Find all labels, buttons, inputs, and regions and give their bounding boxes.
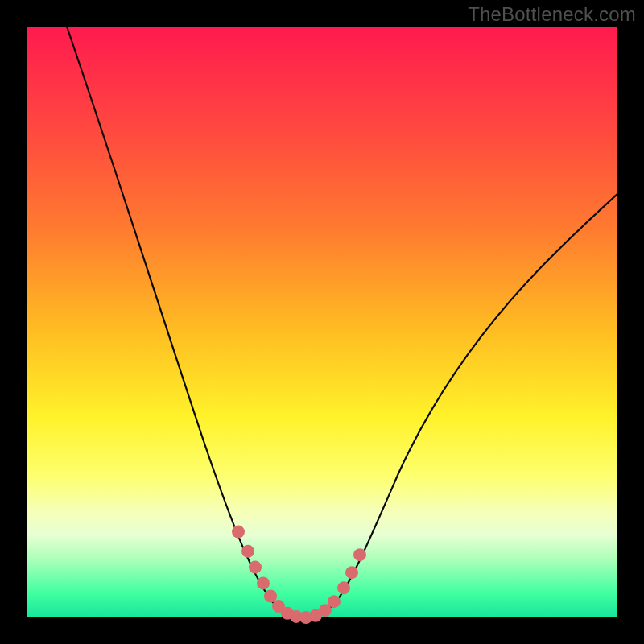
curve-marker xyxy=(353,548,366,561)
curve-marker xyxy=(328,595,341,608)
chart-svg-layer xyxy=(27,27,617,617)
curve-marker xyxy=(242,545,254,558)
curve-markers xyxy=(232,526,366,624)
curve-marker xyxy=(232,526,245,539)
bottleneck-curve xyxy=(67,27,617,617)
watermark-text: TheBottleneck.com xyxy=(468,3,636,26)
curve-marker xyxy=(257,576,270,589)
chart-frame: TheBottleneck.com xyxy=(0,0,644,644)
curve-marker xyxy=(264,590,277,603)
curve-marker xyxy=(249,561,262,574)
curve-marker xyxy=(337,581,350,594)
curve-marker xyxy=(345,566,358,579)
